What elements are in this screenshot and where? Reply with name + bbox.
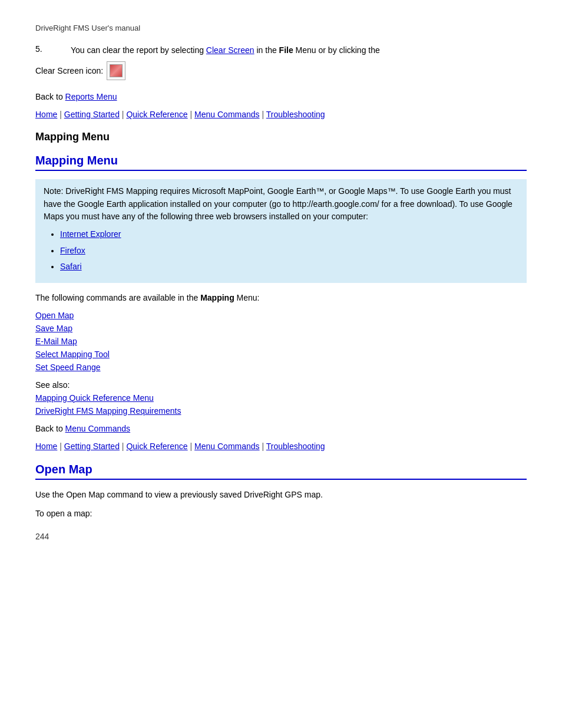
- select-mapping-tool-cmd-link[interactable]: Select Mapping Tool: [35, 350, 527, 359]
- browser-item-ie: Internet Explorer: [60, 228, 518, 241]
- note-box-text: Note: DriveRight FMS Mapping requires Mi…: [44, 186, 513, 221]
- internet-explorer-link[interactable]: Internet Explorer: [60, 229, 121, 239]
- reports-menu-link[interactable]: Reports Menu: [65, 92, 117, 101]
- email-map-cmd-link[interactable]: E-Mail Map: [35, 337, 527, 346]
- firefox-link[interactable]: Firefox: [60, 246, 85, 255]
- nav2-menu-commands-link[interactable]: Menu Commands: [194, 442, 260, 451]
- note-box: Note: DriveRight FMS Mapping requires Mi…: [35, 179, 527, 283]
- svg-rect-4: [112, 73, 118, 74]
- page-number: 244: [35, 532, 527, 541]
- set-speed-range-cmd-link[interactable]: Set Speed Range: [35, 363, 527, 372]
- mapping-quick-reference-menu-link[interactable]: Mapping Quick Reference Menu: [35, 393, 527, 403]
- clear-screen-icon: [107, 61, 125, 80]
- nav1-troubleshooting-link[interactable]: Troubleshooting: [266, 110, 325, 119]
- nav-bar-1: Home | Getting Started | Quick Reference…: [35, 110, 527, 119]
- see-also-links: Mapping Quick Reference Menu DriveRight …: [35, 393, 527, 416]
- nav2-getting-started-link[interactable]: Getting Started: [64, 442, 120, 451]
- menu-commands-back-link[interactable]: Menu Commands: [65, 424, 131, 433]
- open-map-heading: Open Map: [35, 463, 527, 480]
- svg-line-5: [118, 71, 121, 75]
- clear-screen-svg-icon: [110, 64, 123, 77]
- nav2-troubleshooting-link[interactable]: Troubleshooting: [266, 442, 325, 451]
- step-number: 5.: [35, 44, 71, 54]
- driveright-fms-mapping-requirements-link[interactable]: DriveRight FMS Mapping Requirements: [35, 406, 527, 416]
- step-5-row: 5. You can clear the report by selecting…: [35, 44, 527, 57]
- open-map-line1: Use the Open Map command to view a previ…: [35, 488, 527, 501]
- save-map-cmd-link[interactable]: Save Map: [35, 324, 527, 333]
- svg-rect-1: [112, 67, 118, 68]
- mapping-menu-heading: Mapping Menu: [35, 154, 527, 171]
- step-5-text: You can clear the report by selecting Cl…: [71, 44, 380, 57]
- nav2-home-link[interactable]: Home: [35, 442, 57, 451]
- svg-rect-0: [111, 65, 121, 76]
- doc-header-text: DriveRight FMS User's manual: [35, 24, 140, 32]
- browser-list: Internet Explorer Firefox Safari: [44, 228, 518, 274]
- following-commands-text: The following commands are available in …: [35, 291, 527, 304]
- back-to-reports: Back to Reports Menu: [35, 92, 527, 101]
- nav-bar-2: Home | Getting Started | Quick Reference…: [35, 442, 527, 451]
- nav1-home-link[interactable]: Home: [35, 110, 57, 119]
- command-links: Open Map Save Map E-Mail Map Select Mapp…: [35, 311, 527, 372]
- safari-link[interactable]: Safari: [60, 262, 82, 271]
- nav1-quick-reference-link[interactable]: Quick Reference: [126, 110, 187, 119]
- see-also-label: See also:: [35, 380, 527, 390]
- nav1-getting-started-link[interactable]: Getting Started: [64, 110, 120, 119]
- svg-rect-3: [112, 71, 120, 72]
- nav2-quick-reference-link[interactable]: Quick Reference: [126, 442, 187, 451]
- svg-rect-2: [112, 69, 120, 70]
- browser-item-firefox: Firefox: [60, 245, 518, 258]
- clear-screen-label: Clear Screen icon:: [35, 66, 103, 75]
- open-map-line2: To open a map:: [35, 507, 527, 520]
- open-map-cmd-link[interactable]: Open Map: [35, 311, 527, 320]
- svg-line-6: [118, 71, 121, 75]
- clear-screen-icon-row: Clear Screen icon:: [35, 61, 527, 80]
- nav1-menu-commands-link[interactable]: Menu Commands: [194, 110, 260, 119]
- doc-header: DriveRight FMS User's manual: [35, 24, 527, 32]
- browser-item-safari: Safari: [60, 261, 518, 274]
- back-to-menu-commands: Back to Menu Commands: [35, 424, 527, 433]
- clear-screen-link[interactable]: Clear Screen: [206, 45, 254, 55]
- mapping-menu-plain-title: Mapping Menu: [35, 131, 527, 143]
